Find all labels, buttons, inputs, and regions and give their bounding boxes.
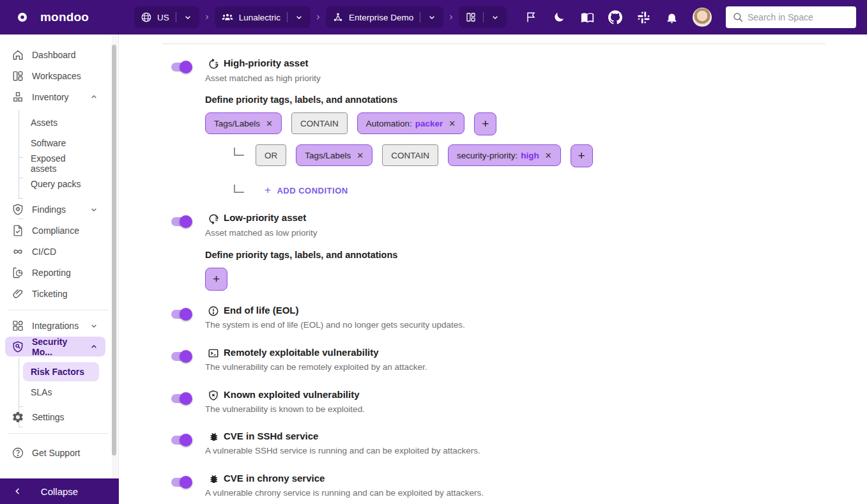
chevron-down-icon[interactable]: [89, 321, 99, 331]
sidebar-item-label: Dashboard: [32, 50, 76, 60]
eol-toggle[interactable]: [171, 308, 192, 321]
add-condition-label: ADD CONDITION: [277, 186, 348, 195]
feature-flags-button[interactable]: [524, 10, 538, 24]
sidebar-item-dashboard[interactable]: Dashboard: [5, 45, 105, 65]
documentation-button[interactable]: [580, 10, 594, 24]
chevron-down-icon[interactable]: [294, 12, 304, 22]
close-icon[interactable]: ✕: [545, 151, 552, 160]
risk-item-description: A vulnerable chrony service is running a…: [205, 488, 484, 498]
known-exploited-toggle[interactable]: [171, 392, 192, 405]
chevron-down-icon[interactable]: [183, 12, 193, 22]
sidebar-item-risk-factors[interactable]: Risk Factors: [23, 362, 99, 381]
sidebar-item-inventory[interactable]: Inventory: [5, 87, 105, 107]
hub-icon: [332, 11, 344, 23]
operator-chip[interactable]: CONTAIN: [291, 112, 348, 134]
risk-item-description: The system is end of life (EOL) and no l…: [205, 320, 465, 330]
sidebar-item-exposed-assets[interactable]: Exposed assets: [23, 154, 99, 173]
value-chip[interactable]: security-priority: high ✕: [448, 144, 561, 166]
breadcrumb-separator-icon: [447, 13, 455, 21]
gear-icon: [12, 411, 24, 424]
close-icon[interactable]: ✕: [357, 151, 364, 160]
sidebar-scrollbar-thumb[interactable]: [112, 45, 116, 455]
slack-button[interactable]: [636, 10, 650, 24]
collapse-label: Collapse: [41, 486, 78, 497]
sidebar-item-query-packs[interactable]: Query packs: [23, 174, 99, 194]
sidebar-collapse-button[interactable]: Collapse: [0, 478, 119, 504]
chip-label: CONTAIN: [300, 119, 339, 128]
high-priority-toggle[interactable]: [171, 61, 192, 73]
remotely-exploitable-toggle[interactable]: [171, 350, 192, 363]
chevron-up-icon[interactable]: [89, 92, 99, 102]
sidebar-item-cicd[interactable]: CI/CD: [5, 241, 105, 261]
shield-search-icon: [12, 340, 24, 353]
risk-item-description: Asset matched as low priority: [205, 228, 318, 238]
moon-icon: [553, 11, 565, 24]
low-priority-toggle[interactable]: [171, 215, 192, 228]
add-condition-button[interactable]: + ADD CONDITION: [265, 183, 348, 198]
bug-icon: [207, 473, 220, 485]
github-icon: [608, 10, 622, 24]
github-button[interactable]: [608, 10, 622, 24]
field-chip[interactable]: Tags/Labels ✕: [296, 144, 372, 166]
chip-value: packer: [415, 119, 443, 128]
close-icon[interactable]: ✕: [449, 119, 456, 128]
inventory-icon: [12, 91, 24, 103]
plus-icon: +: [213, 272, 220, 286]
sidebar-item-label: Workspaces: [32, 71, 81, 81]
sidebar-item-slas[interactable]: SLAs: [23, 383, 99, 402]
bell-icon: [665, 11, 679, 24]
region-selector[interactable]: US: [134, 6, 199, 28]
chevron-down-icon[interactable]: [427, 12, 437, 22]
add-chip-button[interactable]: +: [571, 144, 593, 167]
sidebar-item-ticketing[interactable]: Ticketing: [5, 284, 105, 303]
sidebar-item-integrations[interactable]: Integrations: [5, 316, 105, 335]
organization-selector[interactable]: Lunalectric: [215, 6, 311, 28]
sidebar-item-compliance[interactable]: Compliance: [5, 220, 105, 240]
topbar-actions: [524, 0, 856, 34]
operator-chip[interactable]: CONTAIN: [382, 144, 438, 166]
workspace-selector[interactable]: [459, 6, 507, 28]
toggle-thumb: [180, 434, 192, 447]
sidebar-item-workspaces[interactable]: Workspaces: [5, 66, 105, 86]
sidebar-item-label: Inventory: [32, 92, 69, 102]
define-priority-heading: Define priority tags, labels, and annota…: [205, 95, 397, 105]
space-selector[interactable]: Enterprise Demo: [326, 6, 443, 28]
sidebar-item-label: Query packs: [31, 179, 81, 189]
dark-mode-toggle[interactable]: [552, 10, 566, 24]
terminal-icon: [207, 347, 220, 360]
sidebar-item-assets[interactable]: Assets: [23, 113, 99, 132]
sidebar-item-security-model[interactable]: Security Mo...: [5, 337, 105, 356]
content-top-divider: [163, 43, 825, 44]
sidebar-item-reporting[interactable]: Reporting: [5, 263, 105, 282]
field-chip[interactable]: Tags/Labels ✕: [205, 112, 282, 134]
paperclip-icon: [12, 287, 24, 300]
chevron-up-icon[interactable]: [89, 342, 99, 352]
globe-icon: [141, 11, 152, 23]
chip-value: high: [521, 151, 539, 160]
notifications-button[interactable]: [664, 10, 679, 24]
sidebar-item-get-support[interactable]: Get Support: [5, 443, 105, 462]
add-chip-button[interactable]: +: [205, 268, 227, 291]
join-chip[interactable]: OR: [256, 144, 286, 166]
infinity-icon: [12, 245, 24, 258]
sidebar-item-software[interactable]: Software: [23, 134, 99, 153]
search-input[interactable]: [748, 6, 853, 28]
sidebar-item-label: Reporting: [32, 268, 71, 278]
sidebar-divider: [8, 433, 109, 434]
sidebar-scrollbar[interactable]: [112, 34, 118, 478]
cve-sshd-toggle[interactable]: [171, 434, 192, 447]
close-icon[interactable]: ✕: [266, 119, 273, 128]
sidebar-item-findings[interactable]: Findings: [5, 199, 105, 219]
cve-chrony-toggle[interactable]: [171, 476, 192, 489]
user-avatar[interactable]: [693, 8, 712, 27]
risk-factors-content: High-priority asset Asset matched as hig…: [119, 34, 867, 504]
tree-tick: [19, 157, 23, 158]
shield-x-icon: [207, 389, 220, 402]
value-chip[interactable]: Automation: packer ✕: [357, 112, 465, 134]
chevron-down-icon[interactable]: [490, 12, 500, 22]
chevron-down-icon[interactable]: [89, 204, 99, 215]
mondoo-logo[interactable]: mondoo: [9, 0, 89, 34]
sidebar-item-settings[interactable]: Settings: [5, 407, 105, 427]
add-chip-button[interactable]: +: [474, 112, 496, 135]
toggle-thumb: [180, 61, 192, 73]
